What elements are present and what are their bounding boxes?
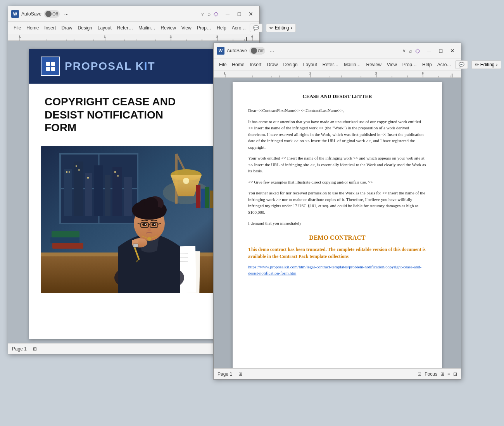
menu-draw-1[interactable]: Draw (59, 24, 74, 32)
menu-mailings-2[interactable]: Mailin… (342, 60, 363, 69)
menu-design-1[interactable]: Design (75, 24, 94, 32)
demo-title: DEMO CONTRACT (248, 234, 426, 241)
svg-rect-31 (85, 173, 92, 216)
titlebar-center-2: ∨ ⌕ (402, 48, 412, 54)
cover-page: PROPOSAL KIT COPYRIGHT CEASE AND DESIST … (29, 49, 238, 339)
maximize-button-2[interactable]: □ (435, 45, 446, 56)
editing-chevron-1: › (291, 25, 292, 31)
comment-button-2[interactable]: 💬 (455, 60, 468, 69)
ruler-1: L 1 2 3 4 (8, 34, 259, 41)
editing-button-1[interactable]: ✏ Editing › (266, 24, 296, 32)
svg-point-47 (183, 178, 189, 184)
svg-rect-0 (8, 34, 259, 41)
letter-para1: It has come to our attention that you ha… (248, 119, 426, 151)
menu-mailings-1[interactable]: Mailin… (136, 24, 157, 32)
maximize-button-1[interactable]: □ (234, 9, 245, 19)
demo-section: DEMO CONTRACT This demo contract has bee… (248, 234, 426, 277)
search-icon-1[interactable]: ⌕ (207, 11, 211, 17)
svg-rect-42 (117, 175, 119, 177)
menu-review-1[interactable]: Review (158, 24, 178, 32)
titlebar-1: W AutoSave Off ··· ∨ ⌕ ◇ ─ □ ✕ (8, 6, 259, 22)
menu-layout-2[interactable]: Layout (301, 60, 319, 69)
menu-prop-2[interactable]: Prop… (400, 60, 419, 69)
focus-label-2: Focus (425, 371, 437, 377)
comment-button-1[interactable]: 💬 (250, 24, 262, 32)
search-icon-2[interactable]: ⌕ (409, 48, 412, 54)
menubar-1: File Home Insert Draw Design Layout Refe… (8, 22, 259, 34)
titlebar-left-1: W AutoSave Off ··· (11, 10, 201, 18)
svg-point-79 (152, 223, 156, 226)
letter-title: CEASE AND DESIST LETTER (248, 93, 426, 100)
close-button-2[interactable]: ✕ (447, 45, 458, 56)
diamond-icon-1[interactable]: ◇ (211, 9, 221, 19)
titlebar-left-2: W AutoSave Off ··· (217, 47, 402, 55)
minimize-button-1[interactable]: ─ (222, 9, 233, 19)
menu-view-2[interactable]: View (385, 60, 399, 69)
menu-help-2[interactable]: Help (420, 60, 434, 69)
more-button-2[interactable]: ··· (268, 47, 277, 55)
menu-acrobat-2[interactable]: Acro… (435, 60, 454, 69)
minimize-button-2[interactable]: ─ (424, 45, 435, 56)
menu-insert-1[interactable]: Insert (42, 24, 58, 32)
letter-para5: I demand that you immediately (248, 220, 426, 227)
menu-help-1[interactable]: Help (214, 24, 229, 32)
menu-file-2[interactable]: File (217, 60, 229, 69)
titlebar-center-1: ∨ ⌕ (201, 11, 211, 17)
svg-rect-50 (205, 187, 209, 208)
illustration-svg (41, 146, 227, 293)
menu-home-2[interactable]: Home (230, 60, 247, 69)
word-icon-2: W (217, 47, 224, 55)
svg-rect-51 (210, 191, 213, 208)
autosave-toggle-2[interactable]: Off (249, 47, 265, 55)
svg-text:4: 4 (251, 35, 253, 38)
menu-view-1[interactable]: View (179, 24, 194, 32)
menu-design-2[interactable]: Design (281, 60, 300, 69)
menu-file-1[interactable]: File (11, 24, 23, 32)
menu-references-1[interactable]: Refer… (115, 24, 135, 32)
ruler-svg-2: L 1 2 3 (214, 71, 461, 78)
pencil-icon-1: ✏ (269, 25, 273, 31)
demo-link[interactable]: https://www.proposalkit.com/htm/legal-co… (248, 264, 426, 277)
word-window-2: W AutoSave Off ··· ∨ ⌕ ◇ ─ □ ✕ File Home… (213, 43, 461, 380)
svg-rect-34 (112, 167, 122, 216)
title-chevron-1: ∨ (201, 11, 204, 17)
menu-home-1[interactable]: Home (24, 24, 41, 32)
demo-text: This demo contract has been truncated. T… (248, 246, 426, 260)
svg-rect-48 (196, 185, 200, 208)
svg-rect-92 (214, 71, 461, 78)
status-icon1-2: ⊞ (238, 371, 242, 377)
more-button-1[interactable]: ··· (62, 10, 71, 18)
menu-prop-1[interactable]: Prop… (195, 24, 214, 32)
menu-layout-1[interactable]: Layout (95, 24, 114, 32)
focus-icon-2: ⊡ (418, 371, 421, 377)
menu-insert-2[interactable]: Insert (247, 60, 264, 69)
pk-sq3 (46, 67, 50, 71)
autosave-toggle-1[interactable]: Off (44, 10, 59, 18)
svg-rect-37 (69, 171, 70, 173)
svg-rect-32 (94, 165, 103, 216)
letter-body: Dear <<ContractFirstName>> <<ContractLas… (248, 107, 426, 227)
cover-title-area: COPYRIGHT CEASE AND DESIST NOTIFICATION … (29, 84, 238, 142)
svg-rect-49 (201, 189, 205, 208)
toggle-knob-2 (251, 48, 257, 54)
menu-references-2[interactable]: Refer… (320, 60, 341, 69)
menu-draw-2[interactable]: Draw (264, 60, 280, 69)
toggle-knob-1 (45, 11, 52, 17)
ruler-svg-1: L 1 2 3 4 (8, 34, 259, 41)
cover-illustration (41, 146, 227, 293)
svg-text:L: L (224, 72, 226, 75)
pk-sq1 (46, 62, 50, 66)
status-icon1-1: ⊞ (33, 346, 37, 352)
menu-review-2[interactable]: Review (364, 60, 383, 69)
toggle-text-2: Off (258, 48, 263, 53)
editing-button-2[interactable]: ✏ Editing › (471, 60, 501, 69)
statusbar-2: Page 1 ⊞ ⊡ Focus ⊞ ≡ ⊡ (214, 368, 461, 379)
diamond-icon-2[interactable]: ◇ (412, 45, 423, 56)
svg-rect-36 (66, 171, 67, 173)
close-button-1[interactable]: ✕ (245, 9, 256, 19)
pk-sq4 (51, 67, 55, 71)
titlebar-2: W AutoSave Off ··· ∨ ⌕ ◇ ─ □ ✕ (214, 43, 461, 58)
autosave-label-1: AutoSave (21, 11, 41, 17)
menu-acrobat-1[interactable]: Acro… (230, 24, 249, 32)
svg-rect-41 (114, 171, 116, 173)
